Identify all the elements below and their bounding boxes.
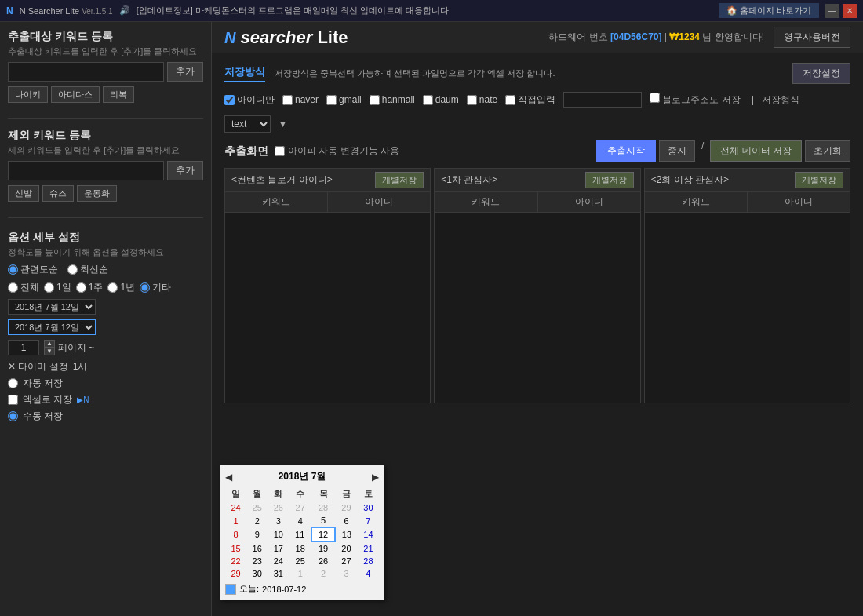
keyword-tag[interactable]: 아디다스 xyxy=(51,86,100,103)
cal-day-26-prev[interactable]: 26 xyxy=(268,501,289,514)
sort-latest-label[interactable]: 최신순 xyxy=(67,263,108,276)
cb-hanmail-input[interactable] xyxy=(370,95,380,105)
period-all-radio[interactable] xyxy=(8,282,18,293)
cal-day-3-next[interactable]: 3 xyxy=(335,567,358,580)
cb-naver-input[interactable] xyxy=(282,95,293,105)
keyword-input[interactable] xyxy=(8,62,164,82)
cal-day-7[interactable]: 7 xyxy=(358,514,379,527)
save-format-select[interactable]: text excel csv xyxy=(224,115,271,133)
period-all-label[interactable]: 전체 xyxy=(8,281,39,294)
stop-button[interactable]: 중지 xyxy=(659,140,695,162)
period-other-radio[interactable] xyxy=(140,282,150,293)
exclude-tag[interactable]: 운동화 xyxy=(77,185,117,202)
keyword-tag[interactable]: 나이키 xyxy=(8,86,48,103)
cal-day-29-prev[interactable]: 29 xyxy=(335,501,358,514)
exclude-input[interactable] xyxy=(8,161,164,180)
premium-button[interactable]: 영구사용버전 xyxy=(774,27,850,48)
period-1year-radio[interactable] xyxy=(107,282,118,293)
cal-day-19[interactable]: 19 xyxy=(311,541,335,555)
cb-direct-input[interactable] xyxy=(505,95,515,105)
cal-day-20[interactable]: 20 xyxy=(335,541,358,555)
cal-day-2[interactable]: 2 xyxy=(246,514,268,527)
cal-day-21[interactable]: 21 xyxy=(358,541,379,555)
save-settings-button[interactable]: 저장설정 xyxy=(792,63,850,84)
sort-relevance-radio[interactable] xyxy=(8,264,18,275)
panel-3-save-button[interactable]: 개별저장 xyxy=(795,172,843,188)
cal-day-18[interactable]: 18 xyxy=(289,541,311,555)
cal-day-28[interactable]: 28 xyxy=(358,555,379,567)
cal-day-30-prev[interactable]: 30 xyxy=(358,501,379,514)
manual-save-radio[interactable] xyxy=(8,411,18,421)
cal-day-31[interactable]: 31 xyxy=(268,567,289,580)
date-to-select[interactable]: 2018년 7월 12일 xyxy=(8,319,96,335)
cb-daum-input[interactable] xyxy=(423,95,433,105)
cal-day-13[interactable]: 13 xyxy=(335,527,358,541)
cal-day-10[interactable]: 10 xyxy=(268,527,289,541)
panel-2-save-button[interactable]: 개별저장 xyxy=(585,172,634,188)
period-1day-label[interactable]: 1일 xyxy=(44,281,71,294)
exclude-tag[interactable]: 슈즈 xyxy=(42,185,74,202)
cal-day-1-next[interactable]: 1 xyxy=(289,567,311,580)
period-1week-label[interactable]: 1주 xyxy=(76,281,104,294)
version-text: Ver.1.5.1 xyxy=(82,7,112,16)
panel-1-save-button[interactable]: 개별저장 xyxy=(375,172,424,188)
cal-day-2-next[interactable]: 2 xyxy=(311,567,335,580)
cal-day-24[interactable]: 24 xyxy=(268,555,289,567)
keyword-add-button[interactable]: 추가 xyxy=(167,62,203,82)
page-down-button[interactable]: ▼ xyxy=(44,348,55,355)
page-number-input[interactable] xyxy=(8,340,39,355)
auto-save-radio[interactable] xyxy=(8,378,18,388)
period-1week-radio[interactable] xyxy=(76,282,86,293)
cal-day-9[interactable]: 9 xyxy=(246,527,268,541)
cal-day-27-prev[interactable]: 27 xyxy=(289,501,311,514)
period-1day-radio[interactable] xyxy=(44,282,54,293)
cb-gmail-input[interactable] xyxy=(326,95,337,105)
exclude-add-button[interactable]: 추가 xyxy=(167,161,203,180)
excel-save-checkbox[interactable] xyxy=(8,395,18,405)
cal-day-29[interactable]: 29 xyxy=(225,567,246,580)
home-button[interactable]: 🏠 홈페이지 바로가기 xyxy=(719,3,819,18)
cal-day-12-selected[interactable]: 12 xyxy=(311,527,335,541)
blog-addr-checkbox[interactable] xyxy=(650,93,660,103)
cal-day-28-prev[interactable]: 28 xyxy=(311,501,335,514)
cal-day-1[interactable]: 1 xyxy=(225,514,246,527)
calendar-next-button[interactable]: ▶ xyxy=(372,472,379,483)
cal-day-17[interactable]: 17 xyxy=(268,541,289,555)
cal-day-26[interactable]: 26 xyxy=(311,555,335,567)
cal-day-6[interactable]: 6 xyxy=(335,514,358,527)
minimize-button[interactable]: — xyxy=(825,4,839,18)
date-from-select[interactable]: 2018년 7월 12일 xyxy=(8,299,96,315)
cb-id-only-input[interactable] xyxy=(224,95,235,105)
start-button[interactable]: 추출시작 xyxy=(596,140,656,162)
cal-day-5[interactable]: 5 xyxy=(311,514,335,527)
cal-day-4[interactable]: 4 xyxy=(289,514,311,527)
cal-day-24-prev[interactable]: 24 xyxy=(225,501,246,514)
save-all-button[interactable]: 전체 데이터 저장 xyxy=(710,140,802,162)
exclude-tag[interactable]: 신발 xyxy=(8,185,39,202)
cal-day-15[interactable]: 15 xyxy=(225,541,246,555)
cal-day-16[interactable]: 16 xyxy=(246,541,268,555)
page-up-button[interactable]: ▲ xyxy=(44,340,55,348)
sort-relevance-label[interactable]: 관련도순 xyxy=(8,263,58,276)
close-button[interactable]: ✕ xyxy=(843,4,857,18)
cal-day-25-prev[interactable]: 25 xyxy=(246,501,268,514)
direct-input-field[interactable] xyxy=(563,92,642,108)
period-1year-label[interactable]: 1년 xyxy=(107,281,135,294)
cal-day-30[interactable]: 30 xyxy=(246,567,268,580)
cal-day-27[interactable]: 27 xyxy=(335,555,358,567)
cal-day-14[interactable]: 14 xyxy=(358,527,379,541)
cal-day-8[interactable]: 8 xyxy=(225,527,246,541)
cal-day-23[interactable]: 23 xyxy=(246,555,268,567)
ip-auto-checkbox[interactable] xyxy=(275,146,285,156)
sort-latest-radio[interactable] xyxy=(67,264,78,275)
cal-day-3[interactable]: 3 xyxy=(268,514,289,527)
cal-day-11[interactable]: 11 xyxy=(289,527,311,541)
reset-button[interactable]: 초기화 xyxy=(805,140,850,162)
keyword-tag[interactable]: 리복 xyxy=(103,86,134,103)
period-other-label[interactable]: 기타 xyxy=(140,281,171,294)
cal-day-4-next[interactable]: 4 xyxy=(358,567,379,580)
cal-day-25[interactable]: 25 xyxy=(289,555,311,567)
cb-nate-input[interactable] xyxy=(467,95,477,105)
cal-day-22[interactable]: 22 xyxy=(225,555,246,567)
calendar-prev-button[interactable]: ◀ xyxy=(225,472,232,483)
